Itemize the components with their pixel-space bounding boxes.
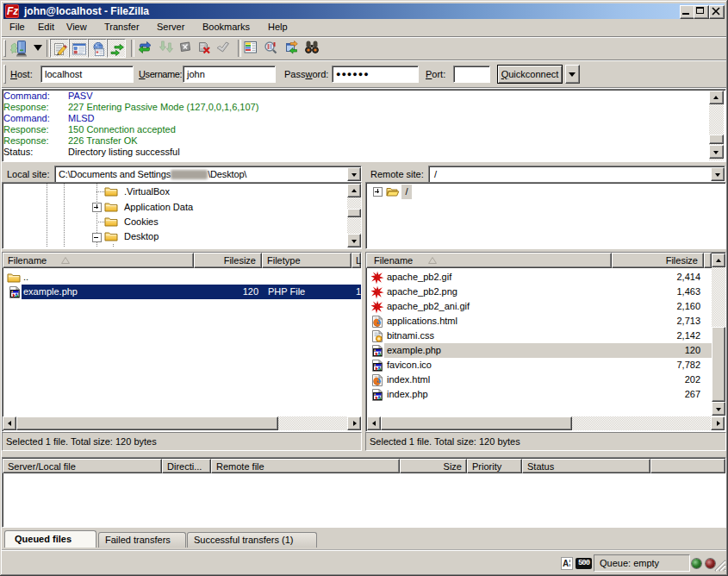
- svg-text:Fz: Fz: [7, 5, 18, 17]
